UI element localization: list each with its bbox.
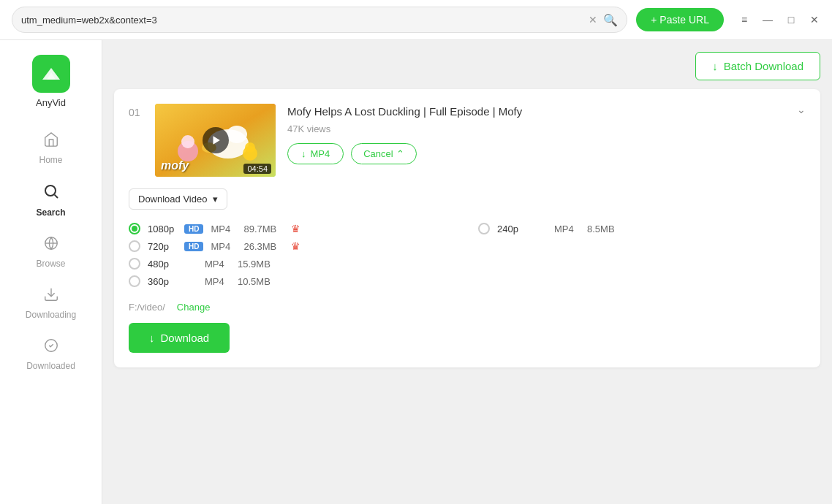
format-360p: MP4: [205, 276, 230, 287]
video-actions: ↓ MP4 Cancel ⌃: [287, 143, 782, 164]
home-icon: [43, 131, 59, 152]
quality-label-720p: 720p: [148, 241, 177, 252]
size-480p: 15.9MB: [238, 259, 278, 270]
video-duration: 04:54: [243, 164, 271, 174]
sidebar-item-search[interactable]: Search: [0, 174, 102, 226]
radio-720p[interactable]: [129, 240, 140, 252]
quality-column-right: 240p MP4 8.5MB: [478, 220, 806, 290]
quality-label-480p: 480p: [148, 259, 177, 270]
app-name: AnyVid: [36, 97, 66, 108]
downloading-icon: [43, 286, 59, 307]
quality-row-240p[interactable]: 240p MP4 8.5MB: [478, 220, 806, 237]
sidebar: AnyVid Home Search: [0, 40, 102, 504]
sidebar-item-downloading[interactable]: Downloading: [0, 278, 102, 329]
quality-label-1080p: 1080p: [148, 224, 177, 234]
download-icon-small: ↓: [301, 148, 306, 159]
radio-240p[interactable]: [478, 223, 490, 234]
logo-area: AnyVid: [32, 47, 70, 123]
radio-dot-1080p: [132, 226, 137, 232]
batch-download-icon: ↓: [712, 60, 718, 72]
mp4-button[interactable]: ↓ MP4: [287, 143, 344, 164]
app-logo: [32, 55, 70, 93]
batch-download-button[interactable]: ↓ Batch Download: [695, 52, 820, 80]
size-360p: 10.5MB: [238, 276, 278, 287]
format-1080p: MP4: [211, 224, 236, 234]
batch-download-label: Batch Download: [724, 60, 803, 72]
premium-icon-1080p: ♛: [291, 223, 300, 234]
sidebar-item-downloading-label: Downloading: [26, 310, 76, 320]
url-bar[interactable]: utm_medium=web2x&context=3 ✕ 🔍: [12, 7, 627, 33]
sidebar-item-downloaded[interactable]: Downloaded: [0, 329, 102, 380]
sidebar-item-home-label: Home: [39, 155, 62, 165]
close-url-icon[interactable]: ✕: [589, 14, 597, 26]
download-type-select[interactable]: Download Video ▾: [129, 188, 227, 210]
sidebar-item-search-label: Search: [36, 207, 65, 218]
video-info: Mofy Helps A Lost Duckling | Full Episod…: [287, 104, 782, 164]
svg-point-0: [45, 186, 56, 196]
svg-line-1: [54, 195, 57, 198]
format-480p: MP4: [205, 259, 230, 270]
format-720p: MP4: [211, 241, 236, 252]
svg-marker-14: [213, 136, 219, 145]
url-text: utm_medium=web2x&context=3: [21, 15, 583, 26]
size-1080p: 89.7MB: [243, 224, 284, 234]
sidebar-item-home[interactable]: Home: [0, 123, 102, 174]
folder-row: F:/video/ Change: [129, 302, 806, 313]
quality-row-360p[interactable]: 360p MP4 10.5MB: [129, 272, 456, 290]
downloaded-icon: [43, 337, 59, 358]
size-240p: 8.5MB: [587, 224, 627, 234]
thumb-title-text: mofy: [161, 159, 189, 172]
window-controls: ≡ — □ ✕: [738, 14, 820, 26]
cancel-button[interactable]: Cancel ⌃: [351, 143, 416, 164]
close-button[interactable]: ✕: [809, 14, 820, 26]
quality-row-1080p[interactable]: 1080p HD MP4 89.7MB ♛: [129, 220, 456, 237]
video-views: 47K views: [287, 123, 782, 134]
dropdown-row: Download Video ▾: [129, 188, 806, 210]
size-720p: 26.3MB: [243, 241, 284, 252]
minimize-button[interactable]: —: [762, 14, 774, 26]
expand-icon[interactable]: ⌄: [797, 104, 806, 115]
search-nav-icon: [42, 183, 60, 205]
folder-path: F:/video/: [129, 302, 165, 313]
batch-btn-row: ↓ Batch Download: [114, 52, 820, 80]
chevron-up-icon: ⌃: [396, 148, 404, 159]
download-big-icon: ↓: [149, 332, 155, 344]
dropdown-chevron-icon: ▾: [213, 194, 218, 205]
premium-icon-720p: ♛: [291, 240, 300, 252]
sidebar-item-downloaded-label: Downloaded: [26, 361, 75, 371]
radio-480p[interactable]: [129, 258, 140, 270]
video-number: 01: [129, 104, 143, 118]
download-button[interactable]: ↓ Download: [129, 323, 230, 353]
paste-url-button[interactable]: + Paste URL: [636, 8, 724, 31]
hd-badge-1080p: HD: [184, 224, 203, 234]
video-thumbnail[interactable]: mofy 04:54: [155, 104, 276, 177]
quality-row-720p[interactable]: 720p HD MP4 26.3MB ♛: [129, 237, 456, 255]
title-bar: utm_medium=web2x&context=3 ✕ 🔍 + Paste U…: [0, 0, 832, 40]
browse-icon: [43, 235, 59, 256]
change-folder-link[interactable]: Change: [177, 302, 211, 313]
maximize-button[interactable]: □: [785, 14, 797, 26]
video-title: Mofy Helps A Lost Duckling | Full Episod…: [287, 104, 782, 119]
radio-360p[interactable]: [129, 275, 140, 287]
sidebar-item-browse-label: Browse: [36, 259, 65, 269]
radio-1080p[interactable]: [129, 223, 140, 234]
quality-grid: 1080p HD MP4 89.7MB ♛ 720p HD MP4 26.3MB…: [129, 220, 806, 290]
content-area: ↓ Batch Download 01: [102, 40, 832, 504]
download-button-label: Download: [161, 332, 210, 344]
video-card: 01: [114, 89, 820, 367]
dropdown-label: Download Video: [138, 194, 207, 205]
video-top: 01: [129, 104, 806, 177]
sidebar-item-browse[interactable]: Browse: [0, 226, 102, 278]
menu-icon[interactable]: ≡: [738, 14, 750, 26]
format-240p: MP4: [554, 224, 580, 234]
quality-label-360p: 360p: [148, 276, 177, 287]
quality-label-240p: 240p: [497, 224, 526, 234]
main-layout: AnyVid Home Search: [0, 40, 832, 504]
play-button[interactable]: [203, 127, 229, 153]
hd-badge-720p: HD: [184, 242, 203, 251]
cancel-label: Cancel: [363, 148, 393, 159]
search-icon: 🔍: [603, 13, 618, 27]
quality-column-left: 1080p HD MP4 89.7MB ♛ 720p HD MP4 26.3MB…: [129, 220, 456, 290]
quality-row-480p[interactable]: 480p MP4 15.9MB: [129, 255, 456, 272]
mp4-label: MP4: [311, 148, 330, 159]
